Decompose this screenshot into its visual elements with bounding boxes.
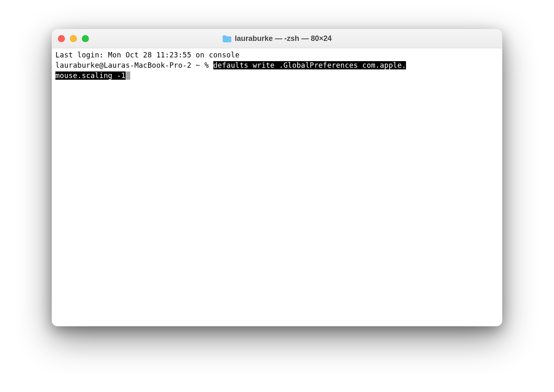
minimize-button[interactable] — [70, 35, 77, 42]
shell-prompt: lauraburke@Lauras-MacBook-Pro-2 ~ % — [55, 61, 213, 69]
titlebar[interactable]: lauraburke — -zsh — 80×24 — [52, 29, 502, 48]
cursor — [126, 71, 130, 80]
terminal-body[interactable]: Last login: Mon Oct 28 11:23:55 on conso… — [52, 48, 502, 326]
terminal-window: lauraburke — -zsh — 80×24 Last login: Mo… — [52, 29, 502, 326]
prompt-line-2: mouse.scaling -1 — [55, 71, 499, 81]
window-title: lauraburke — -zsh — 80×24 — [235, 34, 332, 43]
command-selection-part1[interactable]: defaults write .GlobalPreferences com.ap… — [213, 61, 406, 69]
command-selection-part2[interactable]: mouse.scaling -1 — [55, 71, 126, 80]
folder-icon — [222, 35, 232, 43]
close-button[interactable] — [58, 35, 65, 42]
last-login-line: Last login: Mon Oct 28 11:23:55 on conso… — [55, 50, 499, 60]
window-title-container: lauraburke — -zsh — 80×24 — [52, 34, 502, 43]
prompt-line: lauraburke@Lauras-MacBook-Pro-2 ~ % defa… — [55, 60, 499, 71]
traffic-lights — [58, 35, 89, 42]
maximize-button[interactable] — [82, 35, 89, 42]
